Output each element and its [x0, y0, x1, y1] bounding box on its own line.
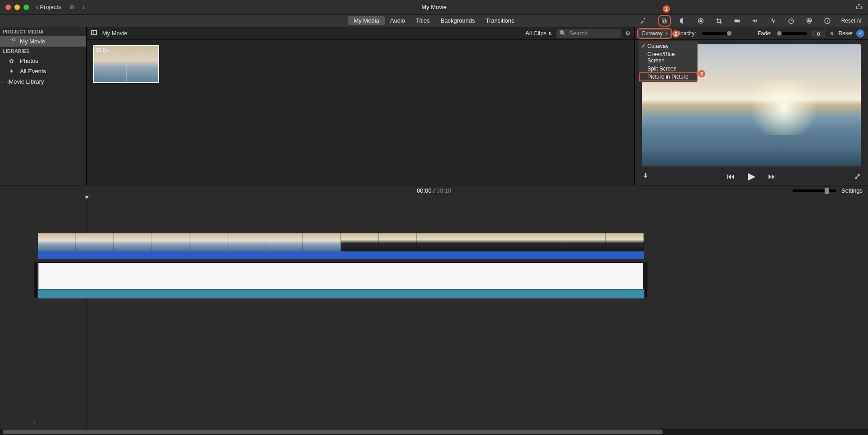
- back-to-projects[interactable]: ‹ Projects: [36, 4, 61, 10]
- video-overlay-icon[interactable]: 1: [660, 17, 669, 24]
- project-media-header: PROJECT MEDIA: [0, 27, 86, 36]
- minimize-window-button[interactable]: [14, 5, 20, 10]
- overlay-type-select[interactable]: Cutaway ▾ 2 Cutaway Green/Blue Screen Sp…: [638, 29, 671, 38]
- gear-icon[interactable]: ⚙: [625, 30, 631, 37]
- svg-rect-1: [664, 20, 667, 23]
- updown-icon: ⇅: [548, 31, 552, 36]
- film-icon: 🎬: [9, 38, 15, 45]
- close-window-button[interactable]: [5, 5, 11, 10]
- opacity-slider[interactable]: [702, 32, 731, 35]
- tab-backgrounds[interactable]: Backgrounds: [435, 16, 481, 25]
- dropdown-item-cutaway[interactable]: Cutaway: [639, 42, 697, 50]
- top-tabs: My Media Audio Titles Backgrounds Transi…: [0, 14, 868, 27]
- magic-wand-icon[interactable]: [639, 17, 647, 24]
- info-icon[interactable]: [823, 17, 831, 24]
- share-icon[interactable]: [855, 3, 863, 11]
- window-controls: [5, 5, 29, 10]
- apply-button[interactable]: ✓: [856, 29, 864, 38]
- sidebar-item-imovie-library[interactable]: › iMovie Library: [0, 76, 86, 87]
- play-icon[interactable]: ▶: [748, 170, 755, 182]
- scrollbar-thumb[interactable]: [3, 430, 663, 434]
- preview-pane: Cutaway ▾ 2 Cutaway Green/Blue Screen Sp…: [635, 27, 868, 185]
- dropdown-item-split[interactable]: Split Screen: [639, 65, 697, 73]
- dropdown-item-pip[interactable]: Picture in Picture: [639, 73, 697, 81]
- svg-rect-11: [645, 173, 646, 176]
- preview-image: [743, 80, 825, 135]
- overlay-track-clip[interactable]: [38, 233, 644, 251]
- sidebar-item-label: My Movie: [20, 38, 45, 45]
- expand-icon[interactable]: ⤢: [854, 171, 861, 181]
- title-bar-tools: ⎚ ↓: [70, 4, 85, 10]
- timeline-timecode: 00:00 / 00:10: [417, 187, 451, 194]
- fade-label: Fade:: [758, 30, 772, 37]
- sidebar-item-all-events[interactable]: ✦ All Events: [0, 66, 86, 76]
- fade-slider[interactable]: [777, 32, 807, 35]
- timeline[interactable]: ♪: [0, 196, 868, 435]
- callout-badge-3: 3: [698, 70, 705, 77]
- libraries-header: LIBRARIES: [0, 47, 86, 56]
- playhead[interactable]: [87, 196, 87, 429]
- import-icon[interactable]: ⎚: [70, 4, 74, 10]
- search-icon: 🔍: [559, 30, 566, 37]
- main-clip-start-handle[interactable]: [34, 262, 37, 298]
- color-wheel-icon[interactable]: [697, 17, 705, 24]
- sidebar-item-label: iMovie Library: [7, 78, 44, 85]
- crop-icon[interactable]: [715, 17, 723, 24]
- settings-button[interactable]: Settings: [841, 187, 863, 194]
- overlay-track-audio[interactable]: [38, 251, 644, 259]
- main-clip-end-handle[interactable]: [645, 262, 647, 298]
- timecode-total: 00:10: [436, 187, 451, 194]
- color-balance-icon[interactable]: [679, 17, 687, 24]
- sidebar-item-my-movie[interactable]: 🎬 My Movie: [0, 36, 86, 47]
- sidebar-item-photos[interactable]: ✿ Photos: [0, 56, 86, 66]
- clip-thumbnail[interactable]: 10.0s: [93, 45, 159, 83]
- fullscreen-window-button[interactable]: [24, 5, 29, 10]
- chevron-left-icon: ‹: [36, 4, 38, 10]
- search-input[interactable]: 🔍 Search: [557, 29, 621, 38]
- reset-button[interactable]: Reset: [839, 30, 853, 37]
- main-track-audio[interactable]: [38, 289, 644, 298]
- zoom-slider-handle[interactable]: [825, 188, 829, 194]
- noise-reduction-icon[interactable]: [769, 17, 777, 24]
- browser-title: My Movie: [102, 30, 127, 37]
- fade-slider-handle[interactable]: [777, 31, 782, 36]
- volume-icon[interactable]: [751, 17, 759, 24]
- browser-right-controls: All Clips ⇅ 🔍 Search ⚙: [525, 29, 631, 38]
- speed-icon[interactable]: [787, 17, 795, 24]
- zoom-slider[interactable]: [793, 189, 836, 192]
- flower-icon: ✿: [9, 57, 15, 64]
- fade-value-input[interactable]: 0: [812, 30, 825, 37]
- dropdown-item-green-blue[interactable]: Green/Blue Screen: [639, 50, 697, 65]
- filter-icon[interactable]: [805, 17, 813, 24]
- reset-group: Reset ✓: [839, 29, 864, 38]
- browser-toolbar: My Movie All Clips ⇅ 🔍 Search ⚙: [87, 27, 634, 40]
- sidebar-toggle-icon[interactable]: [90, 29, 98, 38]
- horizontal-scrollbar[interactable]: [0, 429, 868, 435]
- timecode-current: 00:00: [417, 187, 432, 194]
- opacity-slider-handle[interactable]: [727, 31, 731, 36]
- tab-transitions[interactable]: Transitions: [480, 16, 519, 25]
- sidebar-item-label: All Events: [20, 68, 46, 75]
- callout-badge-2: 2: [672, 30, 679, 38]
- tab-my-media[interactable]: My Media: [348, 16, 384, 25]
- skip-forward-icon[interactable]: ⏭: [768, 172, 776, 181]
- stabilize-icon[interactable]: [733, 17, 741, 24]
- overlay-dropdown: Cutaway Green/Blue Screen Split Screen P…: [639, 41, 698, 82]
- thumb-divider: [126, 46, 127, 82]
- dropdown-arrow-icon: ▾: [665, 31, 668, 36]
- skip-back-icon[interactable]: ⏮: [727, 172, 735, 181]
- svg-point-4: [700, 20, 702, 22]
- media-browser: My Movie All Clips ⇅ 🔍 Search ⚙ 10.0s: [87, 27, 635, 185]
- all-clips-selector[interactable]: All Clips ⇅: [525, 30, 552, 37]
- music-track-icon: ♪: [33, 418, 36, 425]
- download-icon[interactable]: ↓: [82, 4, 85, 10]
- tab-titles[interactable]: Titles: [410, 16, 435, 25]
- main-track-clip[interactable]: [38, 262, 644, 289]
- upper-area: PROJECT MEDIA 🎬 My Movie LIBRARIES ✿ Pho…: [0, 27, 868, 185]
- reset-all-button[interactable]: Reset All: [841, 18, 863, 24]
- fade-unit: s: [830, 30, 833, 37]
- window-title: My Movie: [421, 4, 447, 10]
- tab-audio[interactable]: Audio: [385, 16, 410, 25]
- microphone-icon[interactable]: [642, 172, 649, 181]
- inspector-tool-icons: 1 Reset All: [639, 14, 863, 27]
